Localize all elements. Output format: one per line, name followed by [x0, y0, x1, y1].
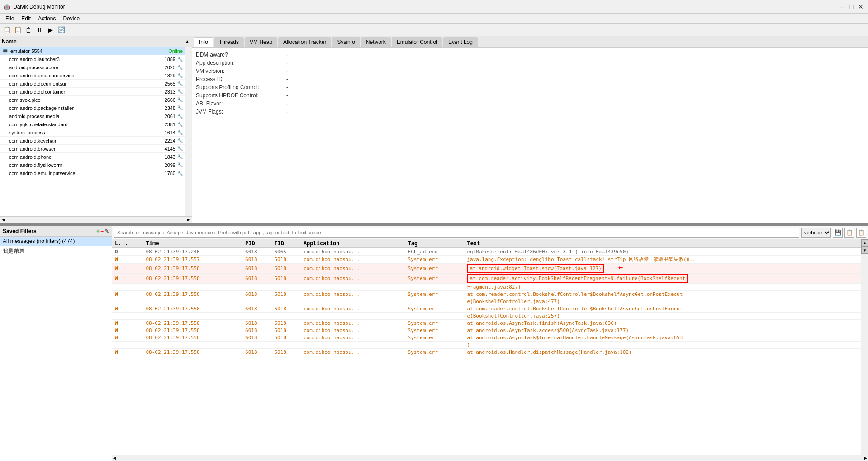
table-row[interactable]: D 08-02 21:39:17.240 6018 6065 com.qihoo… [112, 248, 861, 256]
edit-filter-button[interactable]: ✎ [104, 228, 109, 234]
thread-icon[interactable]: 🔧 [177, 146, 183, 151]
log-scrollbar-vertical[interactable]: ▲ ▼ [861, 239, 868, 455]
add-filter-button[interactable]: + [96, 228, 100, 234]
thread-icon[interactable]: 🔧 [177, 81, 183, 86]
thread-icon[interactable]: 🔧 [177, 65, 183, 70]
info-row-appdesc: App description: - [196, 60, 864, 66]
filter-item-chinese[interactable]: 我是弟弟 [0, 246, 112, 257]
scroll-left-btn[interactable]: ◄ [112, 456, 117, 461]
device-row-emulator[interactable]: 💻 emulator-5554 Online [0, 47, 185, 55]
log-level-select[interactable]: verbose debug info warn error [801, 228, 831, 238]
process-row-browser[interactable]: com.android.browser 4145 🔧 [0, 145, 185, 153]
log-tid-cell: 6065 [271, 248, 300, 256]
scroll-right-arrow[interactable]: ► [186, 217, 191, 222]
process-row-svox[interactable]: com.svox.pico 2666 🔧 [0, 96, 185, 104]
log-time-cell: 08-02 21:39:17.558 [143, 274, 242, 284]
log-tag-cell [405, 313, 465, 320]
scroll-up-btn[interactable]: ▲ [861, 239, 868, 247]
process-pid: 1829 [148, 73, 175, 78]
table-row[interactable]: e(BookshelfController.java:477) [112, 298, 861, 305]
log-copy-button-1[interactable]: 📋 [844, 228, 854, 238]
filter-item-all-messages[interactable]: All messages (no filters) (474) [0, 237, 112, 246]
thread-icon[interactable]: 🔧 [177, 57, 183, 62]
table-row[interactable]: W 08-02 21:39:17.558 6018 6018 com.qihoo… [112, 327, 861, 334]
thread-icon[interactable]: 🔧 [177, 122, 183, 127]
process-row-launcher3[interactable]: com.android.launcher3 1889 🔧 [0, 55, 185, 63]
thread-icon[interactable]: 🔧 [177, 171, 183, 176]
tab-sysinfo[interactable]: Sysinfo [332, 37, 360, 47]
tab-network[interactable]: Network [361, 37, 391, 47]
process-row-phone[interactable]: com.android.phone 1843 🔧 [0, 153, 185, 161]
table-row[interactable]: W 08-02 21:39:17.558 6018 6018 com.qihoo… [112, 264, 861, 274]
scroll-left-arrow[interactable]: ◄ [1, 217, 5, 222]
toolbar-btn-4[interactable]: ⏸ [34, 25, 44, 35]
close-button[interactable]: ✕ [857, 3, 864, 10]
thread-icon[interactable]: 🔧 [177, 105, 183, 110]
log-app-cell [301, 342, 405, 349]
info-label-ddm: DDM-aware? [196, 52, 286, 58]
thread-icon[interactable]: 🔧 [177, 162, 183, 167]
thread-icon[interactable]: 🔧 [177, 89, 183, 94]
menu-file[interactable]: File [2, 14, 18, 23]
toolbar-btn-5[interactable]: ▶ [45, 25, 55, 35]
table-row[interactable]: W 08-02 21:39:17.558 6018 6018 com.qihoo… [112, 334, 861, 342]
scroll-up-arrow[interactable]: ▲ [185, 38, 190, 45]
process-row-keychain[interactable]: com.android.keychain 2224 🔧 [0, 137, 185, 145]
log-app-cell: com.qihoo.haosou... [301, 274, 405, 284]
table-row[interactable]: ) [112, 342, 861, 349]
log-search-input[interactable] [114, 228, 799, 238]
thread-icon[interactable]: 🔧 [177, 138, 183, 143]
process-row-chelaile[interactable]: com.ygkj.chelaile.standard 2381 🔧 [0, 120, 185, 128]
tab-event-log[interactable]: Event Log [443, 37, 478, 47]
minimize-button[interactable]: ─ [839, 3, 846, 10]
log-copy-button-2[interactable]: 📋 [856, 228, 866, 238]
log-level-cell: W [112, 291, 143, 298]
log-scrollbar-horizontal[interactable]: ◄ ► [112, 455, 868, 461]
tab-emulator-control[interactable]: Emulator Control [392, 37, 442, 47]
table-row[interactable]: W 08-02 21:39:17.558 6018 6018 com.qihoo… [112, 274, 861, 284]
process-row-media[interactable]: android.process.media 2061 🔧 [0, 112, 185, 120]
process-row-coreservice[interactable]: com.android.emu.coreservice 1829 🔧 [0, 71, 185, 80]
process-pid: 2348 [148, 105, 175, 111]
thread-icon[interactable]: 🔧 [177, 114, 183, 119]
thread-icon[interactable]: 🔧 [177, 130, 183, 135]
remove-filter-button[interactable]: − [100, 228, 104, 234]
info-label-vmversion: VM version: [196, 68, 286, 74]
process-row-acore[interactable]: android.process.acore 2020 🔧 [0, 63, 185, 71]
toolbar-btn-1[interactable]: 📋 [2, 25, 12, 35]
thread-icon[interactable]: 🔧 [177, 154, 183, 159]
device-panel-scrollbar[interactable] [185, 47, 192, 216]
process-row-system[interactable]: system_process 1614 🔧 [0, 128, 185, 137]
process-row-packageinstaller[interactable]: com.android.packageinstaller 2348 🔧 [0, 104, 185, 112]
table-row[interactable]: W 08-02 21:39:17.558 6018 6018 com.qihoo… [112, 305, 861, 313]
scroll-right-btn[interactable]: ► [863, 456, 868, 461]
menu-edit[interactable]: Edit [18, 14, 34, 23]
menu-device[interactable]: Device [59, 14, 83, 23]
table-row[interactable]: W 08-02 21:39:17.558 6018 6018 com.qihoo… [112, 320, 861, 327]
process-row-defcontainer[interactable]: com.android.defcontainer 2313 🔧 [0, 88, 185, 96]
process-row-documentsui[interactable]: com.android.documentsui 2565 🔧 [0, 80, 185, 88]
table-row[interactable]: W 08-02 21:39:17.558 6018 6018 com.qihoo… [112, 349, 861, 356]
toolbar-btn-2[interactable]: 📋 [13, 25, 23, 35]
maximize-button[interactable]: □ [848, 3, 855, 10]
table-row[interactable]: Fragment.java:827) [112, 284, 861, 291]
tab-vm-heap[interactable]: VM Heap [245, 37, 277, 47]
process-row-flysilkworm[interactable]: com.android.flysilkworm 2099 🔧 [0, 161, 185, 169]
tab-allocation-tracker[interactable]: Allocation Tracker [278, 37, 331, 47]
log-app-cell: com.qihoo.haosou... [301, 248, 405, 256]
tab-info[interactable]: Info [194, 37, 213, 47]
menu-actions[interactable]: Actions [34, 14, 59, 23]
scroll-down-btn[interactable]: ▼ [861, 247, 868, 254]
table-row[interactable]: W 08-02 21:39:17.557 6018 6018 com.qihoo… [112, 256, 861, 264]
process-name: com.ygkj.chelaile.standard [9, 122, 148, 127]
tab-threads[interactable]: Threads [214, 37, 244, 47]
log-tid-cell [271, 284, 300, 291]
log-save-button[interactable]: 💾 [833, 228, 843, 238]
process-row-inputservice[interactable]: com.android.emu.inputservice 1780 🔧 [0, 169, 185, 177]
table-row[interactable]: e(BookshelfController.java:257) [112, 313, 861, 320]
thread-icon[interactable]: 🔧 [177, 73, 183, 78]
toolbar-btn-6[interactable]: 🔄 [56, 25, 66, 35]
table-row[interactable]: W 08-02 21:39:17.558 6018 6018 com.qihoo… [112, 291, 861, 298]
thread-icon[interactable]: 🔧 [177, 97, 183, 102]
toolbar-btn-3[interactable]: 🗑 [24, 25, 33, 35]
